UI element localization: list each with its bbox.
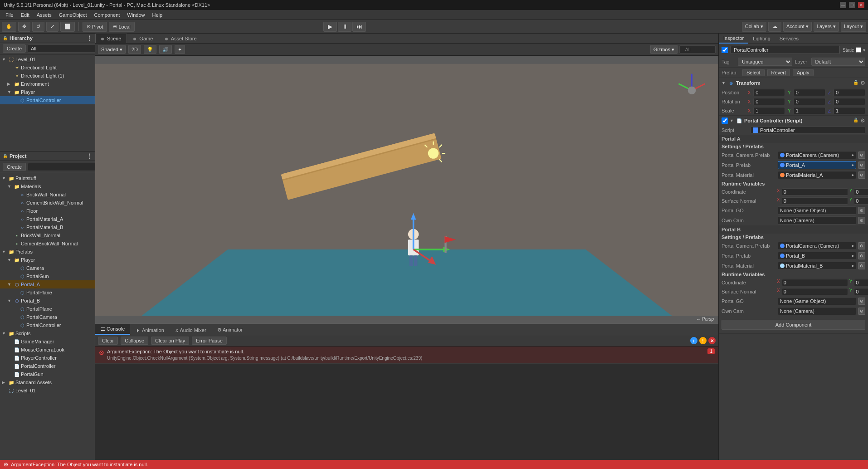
project-item-level01-asset[interactable]: ⛶ Level_01 <box>0 386 95 395</box>
rotation-y-input[interactable] <box>794 98 825 105</box>
project-item-portal-a[interactable]: ▼ ⬡ Portal_A <box>0 280 95 288</box>
project-item-portalcamera[interactable]: ⬡ PortalCamera <box>0 313 95 321</box>
tab-console[interactable]: ☰ Console <box>95 324 130 335</box>
position-y-input[interactable] <box>794 89 825 96</box>
portal-a-cam-picker[interactable]: ⊙ <box>858 217 865 224</box>
error-pause-button[interactable]: Error Pause <box>192 337 227 345</box>
position-x-input[interactable] <box>753 89 785 96</box>
project-item-gamemanager[interactable]: 📄 GameManager <box>0 337 95 346</box>
project-item-portalplane-b[interactable]: ⬡ PortalPlane <box>0 305 95 313</box>
scale-z-input[interactable] <box>834 107 865 114</box>
play-button[interactable]: ▶ <box>323 22 337 32</box>
coord-a-y-input[interactable] <box>854 188 868 195</box>
warn-icon[interactable]: ! <box>699 337 707 344</box>
project-item-brickwall[interactable]: ○ BrickWall_Normal <box>0 191 95 199</box>
add-component-button[interactable]: Add Component <box>722 320 865 330</box>
transform-header[interactable]: ▼ ⊕ Transform 🔒 ⚙ <box>719 78 868 88</box>
portal-b-camera-prefab-picker[interactable]: ⊙ <box>858 242 865 249</box>
step-button[interactable]: ⏭ <box>352 22 366 32</box>
portal-b-go-picker[interactable]: ⊙ <box>858 298 865 305</box>
tab-services[interactable]: Services <box>775 34 803 43</box>
account-button[interactable]: Account ▾ <box>783 22 812 32</box>
project-item-materials[interactable]: ▼ 📁 Materials <box>0 182 95 191</box>
coord-b-x-input[interactable] <box>782 279 848 286</box>
project-item-portal-mat-b[interactable]: ○ PortalMaterial_B <box>0 223 95 231</box>
coord-a-x-input[interactable] <box>782 188 848 195</box>
hierarchy-item-environment[interactable]: ▶ 📁 Environment <box>0 80 95 88</box>
portal-b-cam-picker[interactable]: ⊙ <box>858 308 865 315</box>
scale-x-input[interactable] <box>753 107 785 114</box>
project-item-prefabs[interactable]: ▼ 📁 Prefabs <box>0 248 95 256</box>
menu-component[interactable]: Component <box>90 11 123 19</box>
normal-b-y-input[interactable] <box>854 288 868 295</box>
object-name-input[interactable] <box>731 46 840 54</box>
menu-assets[interactable]: Assets <box>33 11 55 19</box>
hierarchy-search-input[interactable] <box>28 44 97 53</box>
project-item-portalgun-script[interactable]: 📄 PortalGun <box>0 370 95 378</box>
local-button[interactable]: ⊕ Local <box>109 22 134 32</box>
pivot-button[interactable]: ⊙ Pivot <box>83 22 107 32</box>
project-item-paintstuff[interactable]: ▼ 📁 Paintstuff <box>0 174 95 182</box>
hierarchy-item-portalcontroller[interactable]: ⬡ PortalController <box>0 96 95 104</box>
hierarchy-create-button[interactable]: Create <box>3 44 26 53</box>
collapse-button[interactable]: Collapse <box>121 337 148 345</box>
layout-button[interactable]: Layout ▾ <box>841 22 866 32</box>
transform-gear-icon[interactable]: ⚙ <box>860 80 865 86</box>
clear-button[interactable]: Clear <box>98 337 118 345</box>
project-item-standard-assets[interactable]: ▶ 📁 Standard Assets <box>0 378 95 386</box>
project-item-portalplane-a[interactable]: ⬡ PortalPlane <box>0 288 95 297</box>
rotation-z-input[interactable] <box>834 98 865 105</box>
tool-move[interactable]: ✥ <box>18 22 30 32</box>
prefab-select-button[interactable]: Select <box>742 69 765 76</box>
portal-a-go-picker[interactable]: ⊙ <box>858 207 865 214</box>
cloud-button[interactable]: ☁ <box>768 22 781 32</box>
tab-scene[interactable]: Scene <box>95 34 127 43</box>
info-icon[interactable]: i <box>690 337 697 344</box>
project-item-camera[interactable]: ⬡ Camera <box>0 264 95 272</box>
tool-rotate[interactable]: ↺ <box>32 22 44 32</box>
static-dropdown-arrow[interactable]: ▾ <box>863 48 865 53</box>
project-search-input[interactable] <box>28 163 95 171</box>
maximize-button[interactable]: □ <box>849 2 855 8</box>
scene-audio-button[interactable]: 🔊 <box>159 45 172 54</box>
component-enabled-checkbox[interactable] <box>722 117 728 124</box>
hierarchy-item-dirlight2[interactable]: ☀ Directional Light (1) <box>0 72 95 80</box>
project-item-scripts[interactable]: ▼ 📁 Scripts <box>0 329 95 337</box>
tool-rect[interactable]: ⬜ <box>60 22 75 32</box>
layers-button[interactable]: Layers ▾ <box>814 22 839 32</box>
pc-gear-icon[interactable]: ⚙ <box>860 117 865 124</box>
object-enabled-checkbox[interactable] <box>722 47 728 53</box>
prefab-revert-button[interactable]: Revert <box>767 69 790 76</box>
position-z-input[interactable] <box>834 89 865 96</box>
portal-a-prefab-picker[interactable]: ⊙ <box>858 161 865 169</box>
clear-on-play-button[interactable]: Clear on Play <box>151 337 189 345</box>
project-create-button[interactable]: Create <box>3 163 26 171</box>
tool-hand[interactable]: ✋ <box>2 22 16 32</box>
tab-audio-mixer[interactable]: ♬ Audio Mixer <box>170 326 212 335</box>
close-button[interactable]: ✕ <box>858 2 864 8</box>
project-item-player-folder[interactable]: ▼ 📁 Player <box>0 256 95 264</box>
menu-help[interactable]: Help <box>148 11 166 19</box>
project-item-cementbrick[interactable]: ○ CementBrickWall_Normal <box>0 199 95 207</box>
project-item-portalcontroller-prefab[interactable]: ⬡ PortalController <box>0 321 95 329</box>
normal-b-x-input[interactable] <box>782 288 848 295</box>
project-item-cement-tex[interactable]: ▪ CementBrickWall_Normal <box>0 239 95 248</box>
transform-lock-icon[interactable]: 🔒 <box>853 80 858 86</box>
normal-a-x-input[interactable] <box>782 197 848 205</box>
pause-button[interactable]: ⏸ <box>338 22 351 32</box>
2d-button[interactable]: 2D <box>128 45 141 54</box>
gizmos-button[interactable]: Gizmos ▾ <box>650 45 678 54</box>
menu-file[interactable]: File <box>2 11 17 19</box>
project-item-portalcontroller-script[interactable]: 📄 PortalController <box>0 362 95 370</box>
shaded-dropdown[interactable]: Shaded ▾ <box>98 45 126 54</box>
coord-b-y-input[interactable] <box>854 279 868 286</box>
tool-scale[interactable]: ⤢ <box>46 22 59 32</box>
collab-button[interactable]: Collab ▾ <box>742 22 766 32</box>
tag-select[interactable]: Untagged <box>738 58 792 66</box>
tab-lighting[interactable]: Lighting <box>748 34 775 43</box>
error-icon[interactable]: ✕ <box>708 337 716 344</box>
hierarchy-item-player[interactable]: ▼ 📁 Player <box>0 88 95 96</box>
project-menu-icon[interactable]: ⋮ <box>87 153 92 159</box>
project-item-mousecamera[interactable]: 📄 MouseCameraLook <box>0 346 95 354</box>
tab-game[interactable]: Game <box>127 34 159 43</box>
